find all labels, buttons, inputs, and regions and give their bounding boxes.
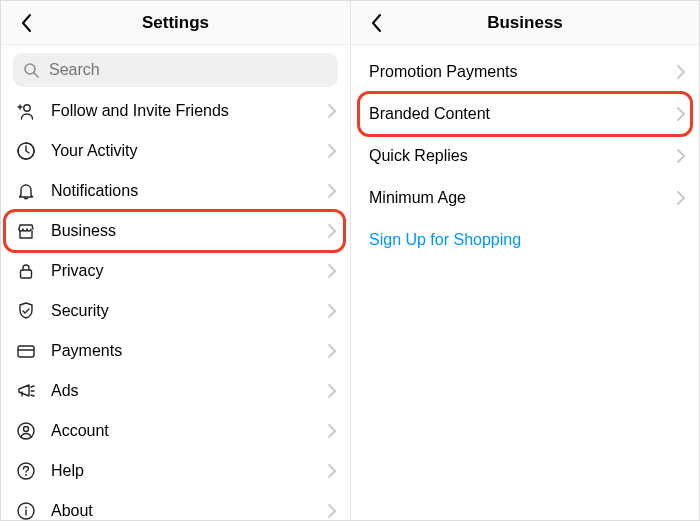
settings-title: Settings bbox=[142, 13, 209, 33]
chevron-right-icon bbox=[328, 344, 336, 358]
menu-item-branded-content[interactable]: Branded Content bbox=[351, 93, 699, 135]
chevron-left-icon bbox=[20, 12, 34, 34]
shield-check-icon bbox=[15, 300, 37, 322]
menu-item-your-activity[interactable]: Your Activity bbox=[1, 131, 350, 171]
svg-line-1 bbox=[34, 73, 38, 77]
help-icon bbox=[15, 460, 37, 482]
link-label: Sign Up for Shopping bbox=[369, 231, 685, 249]
menu-item-label: Follow and Invite Friends bbox=[51, 102, 328, 120]
menu-item-payments[interactable]: Payments bbox=[1, 331, 350, 371]
menu-item-notifications[interactable]: Notifications bbox=[1, 171, 350, 211]
search-field[interactable] bbox=[13, 53, 338, 87]
menu-item-security[interactable]: Security bbox=[1, 291, 350, 331]
info-icon bbox=[15, 500, 37, 521]
menu-item-follow-invite-friends[interactable]: Follow and Invite Friends bbox=[1, 91, 350, 131]
chevron-right-icon bbox=[328, 304, 336, 318]
menu-item-privacy[interactable]: Privacy bbox=[1, 251, 350, 291]
settings-pane: Settings bbox=[1, 1, 350, 521]
menu-item-label: Payments bbox=[51, 342, 328, 360]
svg-point-12 bbox=[25, 474, 27, 476]
chevron-left-icon bbox=[370, 12, 384, 34]
menu-item-label: Notifications bbox=[51, 182, 328, 200]
menu-item-help[interactable]: Help bbox=[1, 451, 350, 491]
chevron-right-icon bbox=[328, 464, 336, 478]
chevron-right-icon bbox=[328, 264, 336, 278]
svg-point-14 bbox=[25, 507, 27, 509]
search-icon bbox=[23, 62, 39, 78]
menu-item-label: Account bbox=[51, 422, 328, 440]
menu-item-promotion-payments[interactable]: Promotion Payments bbox=[351, 51, 699, 93]
chevron-right-icon bbox=[677, 65, 685, 79]
chevron-right-icon bbox=[677, 107, 685, 121]
chevron-right-icon bbox=[328, 104, 336, 118]
chevron-right-icon bbox=[328, 144, 336, 158]
screenshot-canvas: Settings bbox=[0, 0, 700, 521]
menu-item-label: Privacy bbox=[51, 262, 328, 280]
menu-item-label: Branded Content bbox=[369, 105, 677, 123]
menu-item-label: Ads bbox=[51, 382, 328, 400]
chevron-right-icon bbox=[328, 384, 336, 398]
link-sign-up-for-shopping[interactable]: Sign Up for Shopping bbox=[351, 219, 699, 261]
bell-icon bbox=[15, 180, 37, 202]
person-plus-icon bbox=[15, 100, 37, 122]
settings-menu: Follow and Invite Friends Your Activity bbox=[1, 91, 350, 521]
settings-header: Settings bbox=[1, 1, 350, 45]
business-header: Business bbox=[351, 1, 699, 45]
menu-item-ads[interactable]: Ads bbox=[1, 371, 350, 411]
activity-clock-icon bbox=[15, 140, 37, 162]
business-menu: Promotion Payments Branded Content Quick… bbox=[351, 45, 699, 261]
menu-item-label: Security bbox=[51, 302, 328, 320]
chevron-right-icon bbox=[328, 424, 336, 438]
storefront-icon bbox=[15, 220, 37, 242]
search-input[interactable] bbox=[47, 60, 328, 80]
menu-item-label: Promotion Payments bbox=[369, 63, 677, 81]
business-pane: Business Promotion Payments Branded Cont… bbox=[350, 1, 699, 521]
business-title: Business bbox=[487, 13, 563, 33]
back-button[interactable] bbox=[9, 1, 45, 45]
menu-item-label: About bbox=[51, 502, 328, 520]
svg-point-2 bbox=[24, 105, 30, 111]
lock-icon bbox=[15, 260, 37, 282]
person-circle-icon bbox=[15, 420, 37, 442]
menu-item-label: Quick Replies bbox=[369, 147, 677, 165]
megaphone-icon bbox=[15, 380, 37, 402]
menu-item-quick-replies[interactable]: Quick Replies bbox=[351, 135, 699, 177]
chevron-right-icon bbox=[677, 149, 685, 163]
menu-item-about[interactable]: About bbox=[1, 491, 350, 521]
chevron-right-icon bbox=[677, 191, 685, 205]
menu-item-label: Your Activity bbox=[51, 142, 328, 160]
menu-item-label: Minimum Age bbox=[369, 189, 677, 207]
menu-item-business[interactable]: Business bbox=[1, 211, 350, 251]
chevron-right-icon bbox=[328, 224, 336, 238]
svg-rect-6 bbox=[21, 270, 32, 278]
search-container bbox=[1, 45, 350, 91]
menu-item-label: Help bbox=[51, 462, 328, 480]
svg-rect-7 bbox=[18, 346, 34, 357]
chevron-right-icon bbox=[328, 504, 336, 518]
menu-item-minimum-age[interactable]: Minimum Age bbox=[351, 177, 699, 219]
back-button[interactable] bbox=[359, 1, 395, 45]
menu-item-label: Business bbox=[51, 222, 328, 240]
credit-card-icon bbox=[15, 340, 37, 362]
chevron-right-icon bbox=[328, 184, 336, 198]
menu-item-account[interactable]: Account bbox=[1, 411, 350, 451]
svg-point-10 bbox=[24, 427, 29, 432]
